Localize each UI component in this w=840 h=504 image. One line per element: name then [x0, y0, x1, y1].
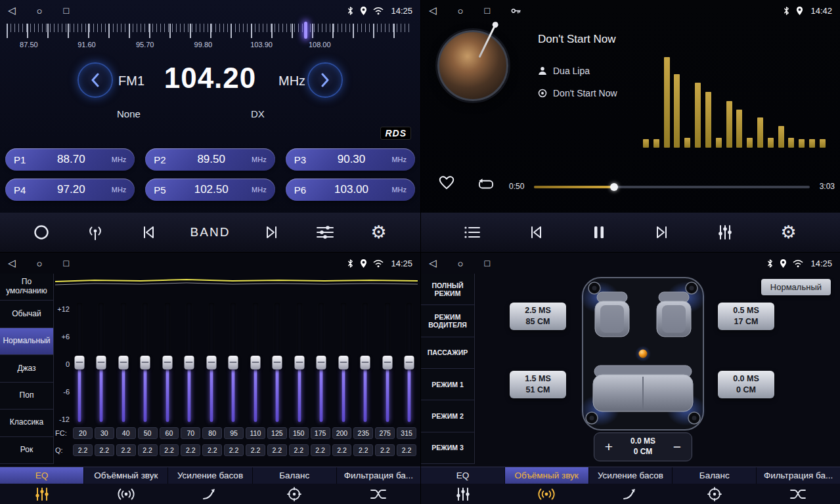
delay-front-left[interactable]: 2.5 MS 85 CM — [510, 303, 566, 330]
pause-button[interactable] — [587, 224, 611, 240]
preset-button-p6[interactable]: P6 103.00 MHz — [286, 178, 415, 201]
filter-tab-icon[interactable] — [756, 484, 840, 504]
tab-surround-sound[interactable]: Объёмный звук — [505, 467, 589, 484]
slider-handle[interactable] — [317, 356, 326, 369]
favorite-button[interactable] — [438, 175, 455, 190]
tab-bass-boost[interactable]: Усиление басов — [168, 467, 252, 484]
slider-handle[interactable] — [74, 356, 84, 369]
settings-button[interactable]: ⚙ — [777, 224, 801, 242]
slider-handle[interactable] — [206, 356, 216, 369]
band-button[interactable]: BAND — [190, 225, 231, 240]
slider-handle[interactable] — [118, 356, 128, 369]
slider-handle[interactable] — [97, 356, 106, 369]
stations-broadcast-button[interactable] — [83, 224, 107, 241]
playlist-button[interactable] — [460, 225, 484, 240]
frequency-ruler[interactable] — [7, 24, 411, 38]
decrease-delay-button[interactable]: − — [667, 439, 688, 455]
stage-preset-button[interactable]: Нормальный — [761, 279, 831, 295]
eq-preset-item[interactable]: Поп — [0, 383, 53, 410]
back-icon[interactable]: ◁ — [429, 5, 437, 16]
slider-handle[interactable] — [185, 356, 194, 369]
stage-mode-item[interactable]: РЕЖИМ 2 — [421, 400, 474, 432]
delay-rear-left[interactable]: 1.5 MS 51 CM — [510, 371, 566, 398]
eq-band[interactable] — [294, 303, 305, 422]
recents-icon[interactable]: □ — [64, 5, 69, 16]
back-icon[interactable]: ◁ — [8, 5, 16, 16]
eq-band[interactable] — [360, 303, 371, 422]
eq-preset-item[interactable]: Рок — [0, 437, 53, 464]
mixer-button[interactable] — [713, 224, 737, 240]
tab-eq[interactable]: EQ — [421, 467, 505, 484]
back-icon[interactable]: ◁ — [429, 257, 437, 269]
previous-station-button[interactable] — [137, 224, 160, 240]
slider-handle[interactable] — [229, 356, 238, 369]
eq-tab-icon[interactable] — [0, 484, 84, 504]
preset-button-p5[interactable]: P5 102.50 MHz — [145, 178, 275, 201]
eq-band[interactable] — [272, 303, 283, 422]
eq-preset-item[interactable]: Нормальный — [0, 328, 53, 355]
eq-tab-icon[interactable] — [421, 484, 505, 504]
balance-tab-icon[interactable] — [252, 484, 336, 504]
slider-handle[interactable] — [382, 356, 392, 369]
scan-button[interactable] — [30, 224, 53, 241]
slider-handle[interactable] — [162, 356, 172, 369]
eq-band[interactable] — [184, 303, 195, 422]
preset-button-p2[interactable]: P2 89.50 MHz — [145, 148, 275, 171]
eq-band[interactable] — [250, 303, 261, 422]
tab-filter[interactable]: Фильтрация ба... — [757, 467, 840, 484]
slider-handle[interactable] — [361, 356, 370, 369]
eq-band[interactable] — [118, 303, 129, 422]
repeat-button[interactable] — [476, 177, 496, 192]
next-station-button[interactable] — [260, 224, 284, 240]
eq-preset-item[interactable]: Классика — [0, 410, 53, 436]
settings-button[interactable]: ⚙ — [367, 224, 391, 242]
preset-button-p1[interactable]: P1 88.70 MHz — [5, 148, 135, 171]
bass-tab-icon[interactable] — [168, 484, 252, 504]
recents-icon[interactable]: □ — [485, 5, 490, 16]
eq-preset-item[interactable]: Джаз — [0, 355, 53, 382]
eq-band[interactable] — [140, 303, 151, 422]
home-icon[interactable]: ○ — [458, 258, 464, 269]
progress-bar[interactable] — [534, 186, 810, 188]
slider-handle[interactable] — [273, 356, 282, 369]
slider-handle[interactable] — [405, 356, 414, 369]
stage-mode-item[interactable]: РЕЖИМ 1 — [421, 369, 474, 400]
eq-preset-item[interactable]: По умолчанию — [0, 274, 53, 301]
eq-band[interactable] — [96, 303, 107, 422]
album-art[interactable] — [437, 30, 508, 101]
home-icon[interactable]: ○ — [458, 5, 464, 16]
seek-down-button[interactable] — [77, 62, 113, 98]
slider-handle[interactable] — [250, 356, 260, 369]
stage-mode-item[interactable]: ПОЛНЫЙ РЕЖИМ — [421, 274, 474, 305]
increase-delay-button[interactable]: + — [598, 439, 619, 455]
back-icon[interactable]: ◁ — [8, 257, 16, 269]
eq-band[interactable] — [74, 303, 85, 422]
tuning-indicator[interactable] — [304, 22, 307, 39]
eq-band[interactable] — [404, 303, 415, 422]
recents-icon[interactable]: □ — [64, 258, 69, 268]
tab-eq[interactable]: EQ — [0, 467, 84, 484]
eq-band[interactable] — [382, 303, 393, 422]
audio-settings-button[interactable] — [313, 224, 337, 240]
eq-band[interactable] — [162, 303, 173, 422]
slider-handle[interactable] — [141, 356, 150, 369]
seek-up-button[interactable] — [307, 62, 343, 98]
tab-bass-boost[interactable]: Усиление басов — [589, 467, 673, 484]
eq-band[interactable] — [228, 303, 239, 422]
surround-tab-icon[interactable] — [84, 484, 168, 504]
eq-band[interactable] — [338, 303, 349, 422]
tab-balance[interactable]: Баланс — [673, 467, 757, 484]
previous-track-button[interactable] — [524, 224, 548, 240]
recents-icon[interactable]: □ — [485, 258, 490, 268]
next-track-button[interactable] — [650, 224, 674, 240]
preset-button-p4[interactable]: P4 97.20 MHz — [5, 178, 135, 201]
home-icon[interactable]: ○ — [37, 258, 43, 269]
stage-mode-item[interactable]: РЕЖИМ ВОДИТЕЛЯ — [421, 305, 474, 337]
home-icon[interactable]: ○ — [37, 5, 43, 16]
eq-band[interactable] — [206, 303, 217, 422]
stage-mode-item[interactable]: ПАССАЖИР — [421, 337, 474, 369]
tab-filter[interactable]: Фильтрация ба... — [337, 467, 420, 484]
slider-handle[interactable] — [294, 356, 304, 369]
preset-button-p3[interactable]: P3 90.30 MHz — [286, 148, 415, 171]
filter-tab-icon[interactable] — [336, 484, 420, 504]
